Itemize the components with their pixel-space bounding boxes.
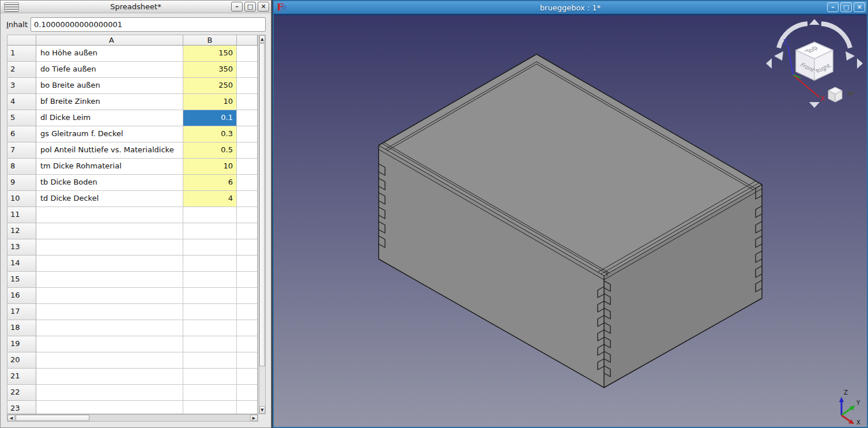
cell-a[interactable]: bf Breite Zinken bbox=[36, 94, 183, 110]
cell-b[interactable] bbox=[183, 272, 237, 288]
cell-extra[interactable] bbox=[237, 126, 258, 142]
row-header-cell[interactable]: 5 bbox=[7, 110, 36, 126]
row-header-cell[interactable]: 6 bbox=[7, 126, 36, 142]
navcube-arrow-left-icon[interactable] bbox=[766, 58, 772, 69]
cell-b[interactable]: 350 bbox=[183, 62, 237, 78]
cell-b[interactable] bbox=[183, 256, 237, 272]
cell-extra[interactable] bbox=[237, 272, 258, 288]
cell-extra[interactable] bbox=[237, 142, 258, 159]
row-header-cell[interactable]: 7 bbox=[7, 142, 36, 159]
close-icon[interactable]: ✕ bbox=[854, 2, 865, 12]
cell-a[interactable]: tb Dicke Boden bbox=[36, 175, 183, 191]
cell-extra[interactable] bbox=[237, 159, 258, 175]
column-a-header[interactable]: A bbox=[36, 35, 183, 46]
row-header-cell[interactable]: 9 bbox=[7, 175, 36, 191]
cell-b[interactable] bbox=[183, 352, 237, 369]
cell-b[interactable]: 250 bbox=[183, 78, 237, 94]
cell-a[interactable] bbox=[36, 272, 183, 288]
cell-b[interactable] bbox=[183, 369, 237, 385]
cell-a[interactable] bbox=[36, 207, 183, 223]
row-header-cell[interactable]: 1 bbox=[7, 46, 36, 62]
row-header-cell[interactable]: 22 bbox=[7, 385, 36, 401]
cell-a[interactable] bbox=[36, 256, 183, 272]
scroll-left-icon[interactable]: ◀ bbox=[7, 415, 15, 421]
row-header-cell[interactable]: 13 bbox=[7, 239, 36, 256]
navigation-cube[interactable]: Z X Top Front Right bbox=[765, 18, 864, 109]
cell-extra[interactable] bbox=[237, 336, 258, 352]
minimize-icon[interactable]: – bbox=[827, 2, 839, 12]
row-header-cell[interactable]: 17 bbox=[7, 304, 36, 320]
row-header-cell[interactable]: 20 bbox=[7, 352, 36, 369]
cell-a[interactable]: bo Breite außen bbox=[36, 78, 183, 94]
cell-b[interactable]: 6 bbox=[183, 175, 237, 191]
cell-extra[interactable] bbox=[237, 110, 258, 126]
cell-a[interactable]: dl Dicke Leim bbox=[36, 110, 183, 126]
close-icon[interactable]: ✕ bbox=[258, 2, 269, 12]
cell-a[interactable]: ho Höhe außen bbox=[36, 46, 183, 62]
cell-b[interactable] bbox=[183, 288, 237, 304]
row-header-cell[interactable]: 2 bbox=[7, 62, 36, 78]
cell-extra[interactable] bbox=[237, 94, 258, 110]
cell-extra[interactable] bbox=[237, 191, 258, 207]
cell-b[interactable] bbox=[183, 304, 237, 320]
cell-b[interactable] bbox=[183, 385, 237, 401]
cell-extra[interactable] bbox=[237, 223, 258, 239]
cell-a[interactable]: pol Anteil Nuttiefe vs. Materialdicke bbox=[36, 142, 183, 159]
row-header-cell[interactable]: 19 bbox=[7, 336, 36, 352]
cell-a[interactable] bbox=[36, 304, 183, 320]
row-header-cell[interactable]: 11 bbox=[7, 207, 36, 223]
cell-extra[interactable] bbox=[237, 175, 258, 191]
navcube-dropdown-icon[interactable] bbox=[847, 92, 855, 97]
spreadsheet-titlebar[interactable]: Spreadsheet* – □ ✕ bbox=[1, 1, 271, 13]
cell-extra[interactable] bbox=[237, 304, 258, 320]
cell-extra[interactable] bbox=[237, 401, 258, 414]
cell-a[interactable]: gs Gleitraum f. Deckel bbox=[36, 126, 183, 142]
vertical-scrollbar[interactable]: ▲ ▼ bbox=[259, 35, 266, 414]
cell-b[interactable]: 150 bbox=[183, 46, 237, 62]
row-header-cell[interactable]: 18 bbox=[7, 320, 36, 336]
cell-a[interactable] bbox=[36, 336, 183, 352]
3d-viewport[interactable]: Z X Top Front Right bbox=[274, 14, 867, 427]
cell-b[interactable]: 10 bbox=[183, 159, 237, 175]
cell-a[interactable] bbox=[36, 320, 183, 336]
horizontal-scrollbar-thumb[interactable] bbox=[16, 415, 89, 421]
row-header-cell[interactable]: 21 bbox=[7, 369, 36, 385]
navcube-arrow-up-icon[interactable] bbox=[809, 19, 820, 25]
cell-b[interactable]: 0.3 bbox=[183, 126, 237, 142]
row-header-cell[interactable]: 3 bbox=[7, 78, 36, 94]
row-header-cell[interactable]: 15 bbox=[7, 272, 36, 288]
scroll-down-icon[interactable]: ▼ bbox=[259, 406, 265, 414]
cell-a[interactable]: td Dicke Deckel bbox=[36, 191, 183, 207]
3d-view-titlebar[interactable]: F ⚙ brueggebox : 1* – □ ✕ bbox=[274, 1, 867, 14]
column-extra-header[interactable] bbox=[237, 35, 258, 46]
maximize-icon[interactable]: □ bbox=[244, 2, 256, 12]
cell-a[interactable] bbox=[36, 352, 183, 369]
cell-b[interactable] bbox=[183, 320, 237, 336]
scroll-right-icon[interactable]: ▶ bbox=[250, 415, 258, 421]
row-header-cell[interactable]: 10 bbox=[7, 191, 36, 207]
navcube-arrow-down-icon[interactable] bbox=[809, 102, 820, 108]
row-header-cell[interactable]: 8 bbox=[7, 159, 36, 175]
cell-content-input[interactable] bbox=[31, 17, 266, 32]
row-header-cell[interactable]: 12 bbox=[7, 223, 36, 239]
horizontal-scrollbar[interactable]: ◀ ▶ bbox=[7, 414, 258, 422]
cell-b[interactable]: 4 bbox=[183, 191, 237, 207]
column-b-header[interactable]: B bbox=[183, 35, 237, 46]
cell-extra[interactable] bbox=[237, 239, 258, 256]
cell-extra[interactable] bbox=[237, 288, 258, 304]
cell-extra[interactable] bbox=[237, 352, 258, 369]
cell-b[interactable] bbox=[183, 239, 237, 256]
cell-b[interactable] bbox=[183, 223, 237, 239]
cell-extra[interactable] bbox=[237, 62, 258, 78]
row-header-cell[interactable]: 23 bbox=[7, 401, 36, 414]
cell-a[interactable]: do Tiefe außen bbox=[36, 62, 183, 78]
cell-b[interactable] bbox=[183, 336, 237, 352]
cell-extra[interactable] bbox=[237, 385, 258, 401]
cell-a[interactable] bbox=[36, 223, 183, 239]
cell-extra[interactable] bbox=[237, 207, 258, 223]
cell-a[interactable] bbox=[36, 239, 183, 256]
cell-b[interactable]: 0.5 bbox=[183, 142, 237, 159]
cell-extra[interactable] bbox=[237, 369, 258, 385]
cell-a[interactable] bbox=[36, 288, 183, 304]
cell-a[interactable] bbox=[36, 385, 183, 401]
